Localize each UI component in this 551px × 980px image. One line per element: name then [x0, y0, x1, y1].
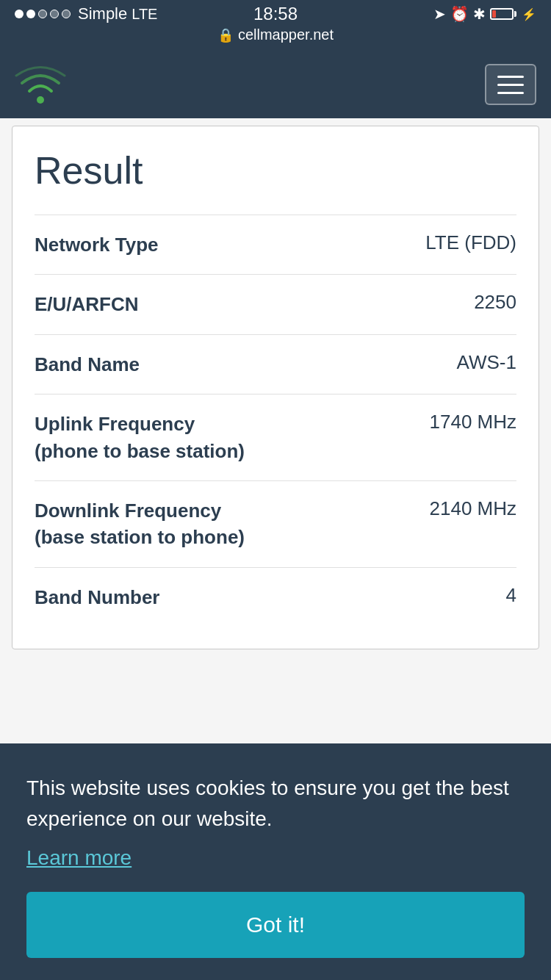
band-name-row: Band Name AWS-1 — [35, 334, 516, 394]
lock-icon: 🔒 — [217, 27, 234, 43]
signal-dot-3 — [38, 10, 47, 18]
network-type-value: LTE (FDD) — [276, 231, 516, 254]
downlink-freq-value: 2140 MHz — [276, 497, 516, 520]
signal-dot-5 — [62, 10, 71, 18]
hamburger-menu-button[interactable] — [485, 64, 536, 105]
network-type-label: Network Type — [35, 231, 276, 258]
band-number-label: Band Number — [35, 584, 276, 610]
learn-more-link[interactable]: Learn more — [26, 846, 132, 870]
got-it-button[interactable]: Got it! — [26, 892, 525, 958]
battery-fill — [492, 10, 496, 18]
downlink-freq-row: Downlink Frequency(base station to phone… — [35, 480, 516, 567]
main-content: Result Network Type LTE (FDD) E/U/ARFCN … — [0, 118, 551, 743]
svg-point-0 — [37, 96, 44, 104]
hamburger-line-1 — [497, 76, 524, 78]
band-number-row: Band Number 4 — [35, 567, 516, 627]
signal-dot-2 — [26, 10, 35, 18]
charging-icon: ⚡ — [522, 7, 536, 21]
signal-dot-1 — [15, 10, 24, 18]
carrier-label: Simple — [78, 4, 127, 24]
earfcn-label: E/U/ARFCN — [35, 291, 276, 317]
result-card: Result Network Type LTE (FDD) E/U/ARFCN … — [12, 126, 539, 649]
downlink-freq-label: Downlink Frequency(base station to phone… — [35, 497, 276, 551]
network-type-label: LTE — [132, 6, 157, 23]
uplink-freq-row: Uplink Frequency(phone to base station) … — [35, 394, 516, 480]
url-bar: 🔒 cellmapper.net — [15, 24, 536, 46]
earfcn-value: 2250 — [276, 291, 516, 314]
signal-dots — [15, 10, 71, 18]
cookie-banner: This website uses cookies to ensure you … — [0, 743, 551, 980]
cellmapper-logo[interactable] — [15, 65, 66, 105]
status-right: ➤ ⏰ ✱ ⚡ — [433, 5, 536, 23]
clock: 18:58 — [253, 4, 298, 24]
band-number-value: 4 — [276, 584, 516, 607]
cookie-message: This website uses cookies to ensure you … — [26, 773, 525, 835]
location-icon: ➤ — [433, 5, 446, 23]
nav-bar — [0, 51, 551, 118]
bluetooth-icon: ✱ — [473, 5, 486, 23]
hamburger-line-2 — [497, 84, 524, 86]
uplink-freq-label: Uplink Frequency(phone to base station) — [35, 411, 276, 464]
uplink-freq-value: 1740 MHz — [276, 411, 516, 433]
battery-tip — [514, 11, 516, 17]
status-left: Simple LTE — [15, 4, 157, 24]
signal-dot-4 — [50, 10, 59, 18]
alarm-icon: ⏰ — [450, 5, 469, 23]
earfcn-row: E/U/ARFCN 2250 — [35, 274, 516, 334]
battery-icon — [490, 8, 516, 20]
url-text: cellmapper.net — [238, 26, 334, 43]
result-title: Result — [35, 148, 516, 192]
status-bar: Simple LTE 18:58 ➤ ⏰ ✱ ⚡ 🔒 cellmapper.ne… — [0, 0, 551, 51]
network-type-row: Network Type LTE (FDD) — [35, 215, 516, 274]
band-name-value: AWS-1 — [276, 351, 516, 374]
battery-body — [490, 8, 514, 20]
hamburger-line-3 — [497, 92, 524, 94]
band-name-label: Band Name — [35, 351, 276, 378]
